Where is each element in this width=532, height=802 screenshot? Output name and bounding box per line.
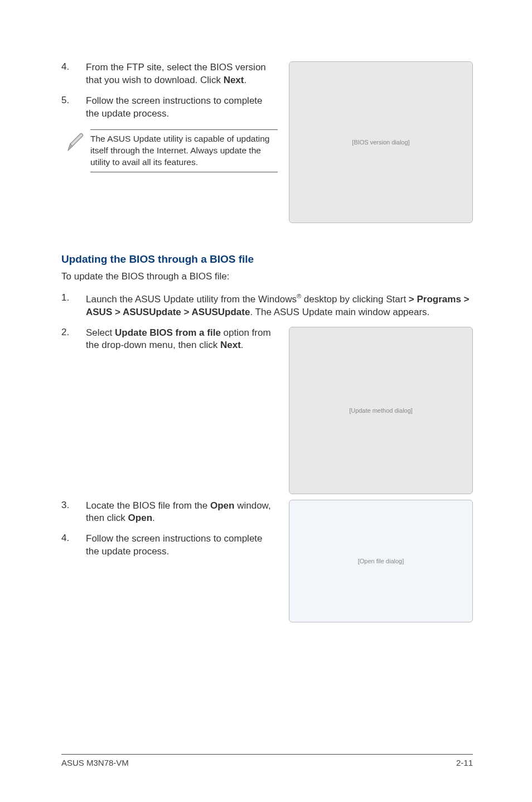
step-text: Follow the screen instructions to comple… xyxy=(86,95,278,120)
steps-list-step2: 2. Select Update BIOS from a file option… xyxy=(61,327,278,352)
step-text-pre: Launch the ASUS Update utility from the … xyxy=(86,294,297,305)
steps-list-bottom: 3. Locate the BIOS file from the Open wi… xyxy=(61,500,278,559)
step-5: 5. Follow the screen instructions to com… xyxy=(61,95,278,120)
image-placeholder-label: [BIOS version dialog] xyxy=(352,139,409,146)
update-method-dialog-image: [Update method dialog] xyxy=(289,327,473,494)
step-text-post: . xyxy=(241,340,244,350)
step-number: 1. xyxy=(61,292,86,319)
step-text-post: . xyxy=(152,513,155,523)
registered-mark: ® xyxy=(297,293,301,299)
step-text-pre: Locate the BIOS file from the xyxy=(86,500,210,511)
step-1: 1. Launch the ASUS Update utility from t… xyxy=(61,292,473,319)
step-number: 2. xyxy=(61,327,86,352)
step-text-post: . The ASUS Update main window appears. xyxy=(250,307,429,317)
step-number: 3. xyxy=(61,500,86,525)
open-file-dialog-image: [Open file dialog] xyxy=(289,500,473,622)
step-text-bold2: Open xyxy=(128,513,152,523)
bios-version-dialog-image: [BIOS version dialog] xyxy=(289,61,473,223)
page-footer: ASUS M3N78-VM 2-11 xyxy=(61,754,473,767)
step-text-pre: Select xyxy=(86,327,115,338)
steps-list-mid: 1. Launch the ASUS Update utility from t… xyxy=(61,292,473,319)
step-4b: 4. Follow the screen instructions to com… xyxy=(61,533,278,558)
step-text-bold: Open xyxy=(210,500,234,511)
image-placeholder-label: [Update method dialog] xyxy=(349,407,413,414)
step-text-bold: Update BIOS from a file xyxy=(115,327,221,338)
step-text-bold2: Next xyxy=(220,340,241,350)
step-number: 5. xyxy=(61,95,86,120)
footer-right: 2-11 xyxy=(456,758,473,767)
step-text-bold: Next xyxy=(224,75,244,85)
note-text: The ASUS Update utility is capable of up… xyxy=(90,129,278,172)
step-text: Locate the BIOS file from the Open windo… xyxy=(86,500,278,525)
footer-left: ASUS M3N78-VM xyxy=(61,758,129,767)
step-text: Follow the screen instructions to comple… xyxy=(86,533,278,558)
note-box: The ASUS Update utility is capable of up… xyxy=(61,129,278,172)
pencil-icon xyxy=(61,129,90,154)
step-text: From the FTP site, select the BIOS versi… xyxy=(86,61,278,87)
step-text-post: . xyxy=(244,75,246,85)
step-2: 2. Select Update BIOS from a file option… xyxy=(61,327,278,352)
step-number: 4. xyxy=(61,61,86,87)
section-lead: To update the BIOS through a BIOS file: xyxy=(61,271,473,282)
step-text: Launch the ASUS Update utility from the … xyxy=(86,292,473,319)
step-number: 4. xyxy=(61,533,86,558)
step-text-mid: desktop by clicking Start xyxy=(301,294,409,305)
step-4: 4. From the FTP site, select the BIOS ve… xyxy=(61,61,278,87)
section-heading: Updating the BIOS through a BIOS file xyxy=(61,253,473,265)
steps-list-top: 4. From the FTP site, select the BIOS ve… xyxy=(61,61,278,120)
step-text: Select Update BIOS from a file option fr… xyxy=(86,327,278,352)
image-placeholder-label: [Open file dialog] xyxy=(358,558,404,564)
step-3: 3. Locate the BIOS file from the Open wi… xyxy=(61,500,278,525)
